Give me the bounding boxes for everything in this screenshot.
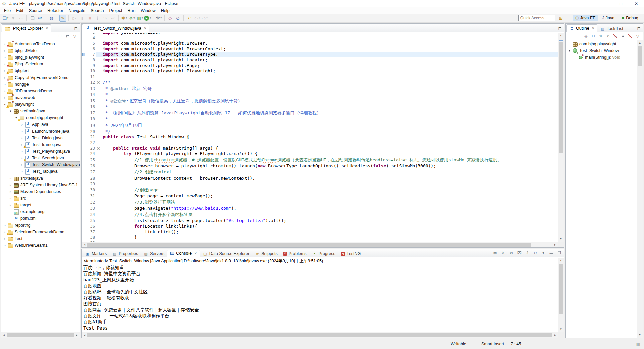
tree-item-hongge[interactable]: ▹hongge: [1, 81, 80, 88]
hide-local-types-icon[interactable]: L: [627, 33, 633, 39]
tab-project-explorer[interactable]: Project Explorer ✕: [2, 24, 51, 32]
back-icon[interactable]: ⇦▾: [194, 15, 201, 22]
code-text[interactable]: public static void main(String[] args) {: [101, 146, 558, 151]
code-text[interactable]: BrowserContext context = browser.newCont…: [101, 176, 558, 181]
maximize-button[interactable]: □: [613, 0, 629, 7]
scroll-left-icon[interactable]: ◄: [1, 332, 7, 338]
code-text[interactable]: [101, 181, 558, 187]
minimize-view-icon[interactable]: —: [631, 27, 635, 31]
menu-run[interactable]: Run: [125, 8, 138, 13]
tab-servers[interactable]: ▥Servers: [141, 250, 167, 257]
perspective-java[interactable]: JJava: [600, 15, 617, 21]
expand-arrow-icon[interactable]: ▹: [8, 190, 13, 193]
pin-console-icon[interactable]: ⊙: [532, 250, 538, 256]
tree-item-test-switch-window-java[interactable]: ▹Test_Switch_Window.java: [1, 161, 80, 168]
terminate-icon[interactable]: ■: [86, 15, 93, 22]
fold-collapse-icon[interactable]: −: [97, 147, 100, 150]
code-text[interactable]: public class Test_Switch_Window {: [101, 134, 558, 140]
console-kind-icon[interactable]: ▭: [492, 250, 498, 256]
code-text[interactable]: //创建page: [101, 187, 558, 193]
remove-all-terminated-icon[interactable]: ⊠: [508, 250, 514, 256]
expand-arrow-icon[interactable]: ▹: [2, 56, 7, 59]
scroll-thumb[interactable]: [87, 243, 531, 247]
menu-search[interactable]: Search: [88, 8, 107, 13]
code-text[interactable]: import com.microsoft.playwright.Browser;: [101, 41, 558, 46]
step-over-icon[interactable]: ↷: [102, 15, 109, 22]
tree-item-mavenweb[interactable]: ▹Mmavenweb: [1, 94, 80, 101]
maximize-view-icon[interactable]: ❐: [637, 27, 640, 31]
scroll-thumb[interactable]: [559, 264, 563, 314]
scroll-up-icon[interactable]: ▲: [637, 40, 643, 46]
code-text[interactable]: [101, 74, 558, 80]
outline-vscrollbar[interactable]: ▲ ▼: [637, 40, 643, 338]
code-text[interactable]: List<Locator> links = page.locator("#s-t…: [101, 218, 558, 224]
tab-outline[interactable]: ≣ Outline ✕: [566, 24, 597, 32]
code-text[interactable]: //4.点击打开多个新的标签页: [101, 211, 558, 218]
menu-project[interactable]: Project: [107, 8, 125, 13]
tree-item-playwright[interactable]: ▾Mplaywright: [1, 101, 80, 108]
expand-arrow-icon[interactable]: ▹: [19, 136, 24, 140]
editor-hscrollbar[interactable]: ◄ ►: [82, 242, 558, 247]
code-text[interactable]: * @公众号:北京宏哥（微信搜索，关注宏哥，提前解锁更多测试干货）: [101, 98, 558, 104]
tree-item-bjhgtest[interactable]: ▹bjhgtest: [1, 67, 80, 74]
collapse-arrow-icon[interactable]: ▾: [567, 49, 572, 52]
expand-arrow-icon[interactable]: ▹: [19, 130, 24, 133]
open-perspective-icon[interactable]: ⊞: [557, 15, 565, 22]
perspective-debug[interactable]: ✹Debug: [619, 15, 641, 21]
outline-item-test-switch-window[interactable]: ▾Test_Switch_Window: [566, 47, 643, 54]
menu-help[interactable]: Help: [158, 8, 172, 13]
scroll-thumb[interactable]: [87, 333, 552, 337]
close-button[interactable]: ✕: [629, 0, 644, 7]
explorer-hscrollbar[interactable]: ◄ ►: [1, 332, 80, 338]
tree-item-test-playwright-java[interactable]: ▹Test_Playwright.java: [1, 148, 80, 155]
expand-arrow-icon[interactable]: ▹: [19, 170, 24, 173]
expand-arrow-icon[interactable]: ▹: [19, 163, 24, 166]
focus-icon[interactable]: ◎: [583, 33, 589, 39]
remove-launch-icon[interactable]: ✕: [500, 250, 506, 256]
scroll-down-icon[interactable]: ▼: [558, 236, 564, 242]
scroll-right-icon[interactable]: ►: [552, 242, 558, 248]
debug-icon[interactable]: ❉▾: [128, 15, 136, 22]
expand-arrow-icon[interactable]: ▹: [2, 96, 7, 99]
scroll-down-icon[interactable]: ▼: [637, 332, 643, 338]
expand-arrow-icon[interactable]: ▹: [2, 223, 7, 227]
page-icon[interactable]: ❑: [29, 15, 36, 22]
scroll-down-icon[interactable]: ▼: [558, 326, 564, 332]
code-text[interactable]: page.navigate("https://www.baidu.com");: [101, 206, 558, 211]
console-vscrollbar[interactable]: ▲ ▼: [558, 258, 564, 332]
tree-item-reportng[interactable]: ▹reportng: [1, 222, 80, 229]
outline-item-main-string[interactable]: main(String[]) : void: [566, 54, 643, 61]
web-browser-icon[interactable]: ◍: [48, 15, 55, 22]
tree-item-test[interactable]: ▹Test: [1, 235, 80, 242]
search-icon[interactable]: ⊙: [174, 15, 181, 22]
tree-item-src[interactable]: ▹src: [1, 195, 80, 202]
tree-item-bjhg-jmeter[interactable]: ▹bjhg_JMeter: [1, 47, 80, 54]
code-text[interactable]: *: [101, 104, 558, 110]
tree-item-jre-system-library-javase-1[interactable]: ▹JRE System Library [JavaSE-1.: [1, 182, 80, 188]
tree-item-copy-of-vipframeworkdemo[interactable]: ▹Copy of VipFrameworkDemo: [1, 74, 80, 81]
fold-collapse-icon[interactable]: −: [97, 81, 100, 84]
tree-item-bjhg-selenium[interactable]: ▹Bjhg_Selenium: [1, 61, 80, 67]
maximize-view-icon[interactable]: ❐: [556, 250, 562, 256]
step-return-icon[interactable]: ↩: [109, 15, 116, 22]
minimize-view-icon[interactable]: —: [548, 250, 554, 256]
tree-item-test-search-java[interactable]: ▹Test_Search.java: [1, 155, 80, 161]
close-view-icon[interactable]: ✕: [592, 27, 595, 30]
coverage-icon[interactable]: ▥▾: [136, 15, 143, 22]
code-text[interactable]: import com.microsoft.playwright.Page;: [101, 63, 558, 69]
scroll-thumb[interactable]: [7, 333, 74, 337]
tree-item-seleniumframeworkdemo[interactable]: ▹SeleniumFrameworkDemo: [1, 229, 80, 235]
code-text[interactable]: import com.microsoft.playwright.BrowserC…: [101, 46, 558, 52]
close-tab-icon[interactable]: ✕: [144, 27, 147, 30]
outline-item-com-bjhg-playwright[interactable]: com.bjhg.playwright: [566, 41, 643, 47]
save-all-icon[interactable]: ▼▼: [17, 15, 24, 22]
code-text[interactable]: //2.创建context: [101, 169, 558, 176]
menu-window[interactable]: Window: [138, 8, 158, 13]
maximize-editor-icon[interactable]: ❐: [558, 27, 561, 31]
clear-console-icon[interactable]: ⌧: [516, 250, 522, 256]
code-text[interactable]: * @author 北京-宏哥: [101, 85, 558, 92]
tab-properties[interactable]: ▤Properties: [109, 250, 141, 257]
tab-task-list[interactable]: ▤ Task List: [597, 25, 626, 32]
close-view-icon[interactable]: ✕: [46, 27, 48, 30]
new-java-icon[interactable]: ✱▾: [121, 15, 128, 22]
